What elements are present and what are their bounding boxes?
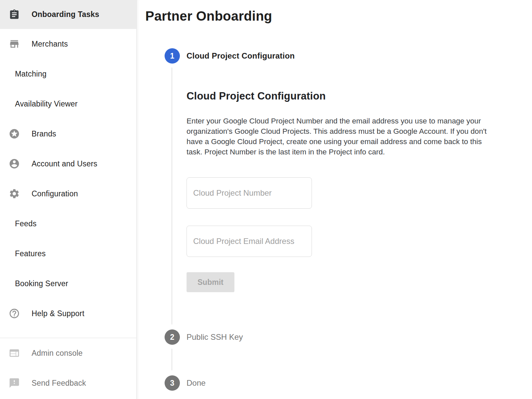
sidebar-item-label: Booking Server [15, 279, 68, 288]
sidebar-item-booking-server[interactable]: Booking Server [0, 269, 136, 299]
sidebar-nav: Onboarding TasksMerchantsMatchingAvailab… [0, 0, 136, 328]
sidebar-item-label: Matching [15, 70, 47, 79]
sidebar-item-merchants[interactable]: Merchants [0, 29, 136, 59]
step-1-indicator: 1 [165, 48, 180, 64]
step-3-label: Done [187, 378, 205, 388]
sidebar-item-label: Send Feedback [32, 379, 86, 388]
sidebar-item-label: Merchants [32, 40, 68, 49]
sidebar-item-label: Features [15, 249, 46, 258]
sidebar-item-admin-console[interactable]: Admin console [0, 338, 136, 368]
step-2-label: Public SSH Key [187, 332, 243, 342]
admin-console-icon [8, 347, 20, 359]
store-icon [8, 38, 20, 50]
help-icon [8, 307, 20, 319]
sidebar-item-label: Onboarding Tasks [32, 10, 99, 19]
sidebar: Onboarding TasksMerchantsMatchingAvailab… [0, 0, 137, 399]
sidebar-item-send-feedback[interactable]: Send Feedback [0, 368, 136, 398]
sidebar-item-label: Feeds [15, 219, 37, 228]
step-2-indicator: 2 [165, 329, 180, 345]
gear-icon [8, 188, 20, 200]
sidebar-item-label: Availability Viewer [15, 100, 77, 108]
section-description: Enter your Google Cloud Project Number a… [187, 116, 496, 157]
step-1-number: 1 [170, 52, 175, 61]
main-content: Partner Onboarding 1 Cloud Project Confi… [137, 0, 532, 399]
page-title: Partner Onboarding [145, 9, 272, 24]
sidebar-item-feeds[interactable]: Feeds [0, 209, 136, 239]
sidebar-item-label: Help & Support [32, 309, 84, 318]
sidebar-item-availability-viewer[interactable]: Availability Viewer [0, 89, 136, 119]
submit-button[interactable]: Submit [187, 272, 234, 292]
stepper-connector [172, 349, 172, 370]
feedback-icon [8, 377, 20, 389]
sidebar-item-matching[interactable]: Matching [0, 59, 136, 89]
app: Onboarding TasksMerchantsMatchingAvailab… [0, 0, 532, 399]
cloud-project-email-input[interactable] [187, 226, 312, 257]
sidebar-item-label: Configuration [32, 189, 78, 198]
section-heading: Cloud Project Configuration [187, 90, 326, 102]
step-1-label: Cloud Project Configuration [187, 51, 295, 61]
clipboard-icon [8, 9, 20, 21]
sidebar-item-label: Brands [32, 129, 56, 138]
step-3-number: 3 [170, 379, 175, 388]
sidebar-item-label: Account and Users [32, 159, 97, 168]
star-circle-icon [8, 128, 20, 140]
sidebar-item-label: Admin console [32, 349, 82, 358]
sidebar-item-account-and-users[interactable]: Account and Users [0, 149, 136, 179]
sidebar-item-onboarding-tasks[interactable]: Onboarding Tasks [0, 0, 136, 29]
step-2-number: 2 [170, 333, 175, 342]
sidebar-item-configuration[interactable]: Configuration [0, 179, 136, 209]
sidebar-item-brands[interactable]: Brands [0, 119, 136, 149]
person-circle-icon [8, 158, 20, 170]
step-3-indicator: 3 [165, 375, 180, 391]
sidebar-item-help-support[interactable]: Help & Support [0, 299, 136, 328]
sidebar-item-features[interactable]: Features [0, 239, 136, 269]
stepper-connector [172, 68, 172, 324]
sidebar-footer-nav: Admin consoleSend Feedback [0, 338, 136, 398]
cloud-project-number-input[interactable] [187, 177, 312, 209]
